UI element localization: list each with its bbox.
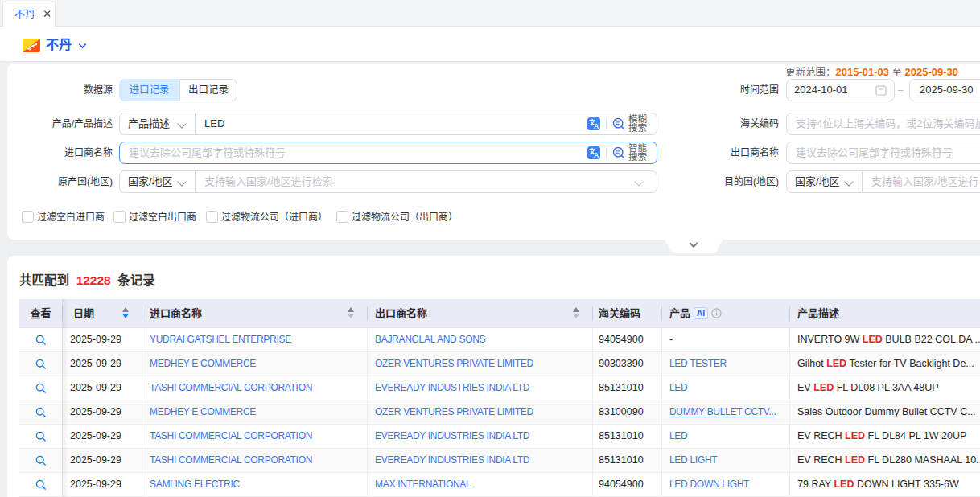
svg-text:A: A <box>594 122 599 130</box>
svg-text:A: A <box>594 151 599 159</box>
